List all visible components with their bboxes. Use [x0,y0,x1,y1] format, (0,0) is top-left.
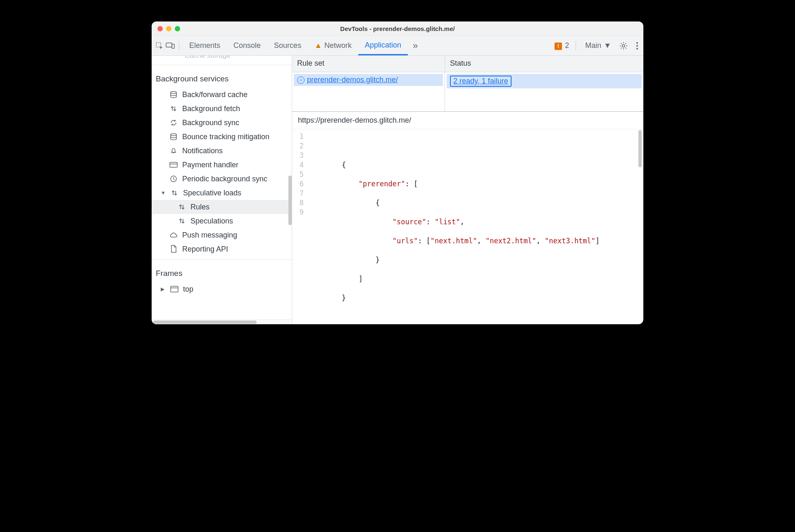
settings-icon[interactable] [617,42,630,50]
more-tabs-icon[interactable]: » [408,36,423,55]
devtools-window: DevTools - prerender-demos.glitch.me/ El… [152,21,643,324]
svg-point-6 [636,48,638,50]
sidebar-item-speculations[interactable]: Speculations [152,214,292,228]
issue-badge-icon: ! [555,43,562,50]
tab-network[interactable]: ▲ Network [308,36,358,55]
status-link[interactable]: 2 ready, 1 failure [453,77,508,85]
svg-rect-12 [171,286,178,292]
divider [576,41,576,50]
label: Reporting API [182,245,228,254]
file-icon [169,245,178,254]
issue-count: 2 [565,41,569,50]
sidebar-item-payment[interactable]: Payment handler [152,158,292,172]
sidebar-item-reporting[interactable]: Reporting API [152,242,292,256]
code-content[interactable]: { "prerender": [ { "source": "list", "ur… [308,132,643,322]
panel-tabs: Elements Console Sources ▲ Network Appli… [183,36,423,55]
section-background-services: Background services [152,69,292,88]
section-frames: Frames [152,263,292,282]
line-gutter: 1 2 3 4 5 6 7 8 9 [292,132,308,322]
rule-set-link[interactable]: prerender-demos.glitch.me/ [307,76,398,84]
divider [152,259,292,260]
issues-button[interactable]: ! 2 [555,41,569,50]
sidebar-item-speculative-loads[interactable]: ▼ Speculative loads [152,186,292,200]
sidebar-item-rules[interactable]: Rules [152,200,292,214]
table-row[interactable]: 2 ready, 1 failure [447,74,642,88]
database-icon [169,132,178,141]
sidebar-item-bgsync[interactable]: Background sync [152,116,292,130]
application-sidebar: Cache storage Background services Back/f… [152,56,292,324]
updown-icon [170,188,179,197]
disclosure-triangle-icon[interactable]: ▼ [161,190,166,196]
frame-icon [170,285,179,294]
label: Speculative loads [183,189,241,197]
label: Background fetch [182,104,240,113]
svg-point-8 [171,134,176,136]
col-rule-set[interactable]: Rule set [292,56,445,72]
label: Background sync [182,119,239,127]
svg-rect-1 [166,43,172,47]
inspect-icon[interactable] [154,42,165,50]
svg-point-7 [171,92,176,94]
svg-point-5 [636,45,638,47]
label: Rules [190,203,209,211]
updown-icon [177,216,186,226]
clock-icon [169,174,178,183]
disclosure-triangle-icon[interactable]: ▶ [161,286,166,292]
scrollbar-horizontal[interactable] [152,319,292,324]
label: Periodic background sync [182,175,267,183]
device-icon[interactable] [165,42,176,50]
panel-body: Cache storage Background services Back/f… [152,56,643,324]
sidebar-item-periodic[interactable]: Periodic background sync [152,172,292,186]
details-pane: https://prerender-demos.glitch.me/ 1 2 3… [292,112,643,324]
label: Notifications [182,147,223,155]
label: Push messaging [182,231,237,240]
label: top [183,285,193,294]
window-title: DevTools - prerender-demos.glitch.me/ [152,25,643,32]
devtools-toolbar: Elements Console Sources ▲ Network Appli… [152,36,643,56]
updown-icon [169,104,178,113]
col-status[interactable]: Status [445,56,643,72]
svg-point-3 [622,45,625,47]
target-label: Main [585,41,601,50]
titlebar: DevTools - prerender-demos.glitch.me/ [152,21,643,36]
database-icon [169,90,178,99]
sync-icon [169,118,178,127]
chevron-down-icon: ▼ [604,41,611,50]
card-icon [169,160,178,169]
sidebar-item-bounce[interactable]: Bounce tracking mitigation [152,130,292,144]
svg-rect-9 [170,162,177,167]
label: Speculations [190,217,233,226]
tab-sources[interactable]: Sources [267,36,308,55]
divider [152,65,292,65]
tab-elements[interactable]: Elements [183,36,227,55]
sidebar-item-bfcache[interactable]: Back/forward cache [152,88,292,102]
table-body: ‹› prerender-demos.glitch.me/ 2 ready, 1… [292,72,643,112]
divider [179,41,179,50]
menu-icon[interactable] [633,42,641,50]
truncated-item: Cache storage [152,56,292,62]
warning-icon: ▲ [314,41,322,50]
updown-icon [177,202,186,211]
scrollbar-vertical[interactable] [638,130,642,167]
main-panel: Rule set Status ‹› prerender-demos.glitc… [292,56,643,324]
json-source: 1 2 3 4 5 6 7 8 9 { "prerender": [ { [292,129,643,324]
sidebar-item-push[interactable]: Push messaging [152,228,292,242]
scrollbar-vertical[interactable] [288,176,292,225]
table-row[interactable]: ‹› prerender-demos.glitch.me/ [294,74,443,86]
sidebar-item-frames-top[interactable]: ▶ top [152,282,292,296]
label: Back/forward cache [182,90,248,99]
label: Bounce tracking mitigation [182,133,269,141]
tab-console[interactable]: Console [227,36,267,55]
details-url: https://prerender-demos.glitch.me/ [292,112,643,129]
cloud-icon [169,230,178,240]
tab-network-label: Network [324,41,352,50]
sidebar-item-notifications[interactable]: Notifications [152,144,292,158]
table-header: Rule set Status [292,56,643,72]
svg-rect-2 [172,44,174,48]
target-selector[interactable]: Main ▼ [583,41,614,50]
svg-point-4 [636,42,638,44]
label: Payment handler [182,161,238,169]
source-icon: ‹› [297,76,305,84]
tab-application[interactable]: Application [358,36,408,55]
sidebar-item-bgfetch[interactable]: Background fetch [152,102,292,116]
